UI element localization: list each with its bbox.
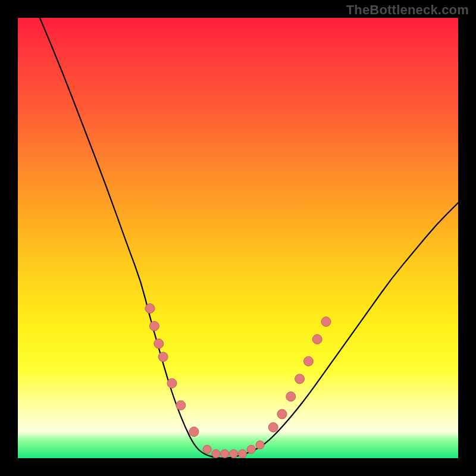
plot-area — [18, 18, 458, 458]
data-dot — [203, 445, 211, 453]
bottleneck-curve — [40, 18, 458, 458]
data-dot — [176, 400, 186, 410]
data-dot — [321, 317, 331, 327]
data-dot — [256, 441, 264, 449]
data-dot — [145, 303, 155, 313]
data-dot — [212, 450, 220, 458]
data-dot — [268, 422, 278, 432]
data-dots-right — [268, 317, 331, 433]
data-dot — [286, 392, 296, 401]
chart-svg — [18, 18, 458, 458]
data-dot — [158, 352, 168, 362]
chart-frame: TheBottleneck.com — [0, 0, 476, 476]
data-dot — [230, 450, 238, 458]
data-dot — [247, 445, 255, 453]
data-dots-left — [145, 303, 199, 436]
data-dot — [312, 334, 322, 344]
watermark-text: TheBottleneck.com — [346, 2, 469, 18]
data-dot — [277, 409, 287, 419]
data-dot — [189, 427, 199, 437]
data-dot — [167, 378, 177, 388]
data-dot — [238, 450, 246, 458]
data-dot — [303, 356, 313, 366]
data-dot — [154, 339, 164, 349]
data-dots-floor — [203, 441, 264, 458]
data-dot — [295, 374, 305, 384]
data-dot — [221, 450, 229, 458]
data-dot — [149, 321, 159, 331]
